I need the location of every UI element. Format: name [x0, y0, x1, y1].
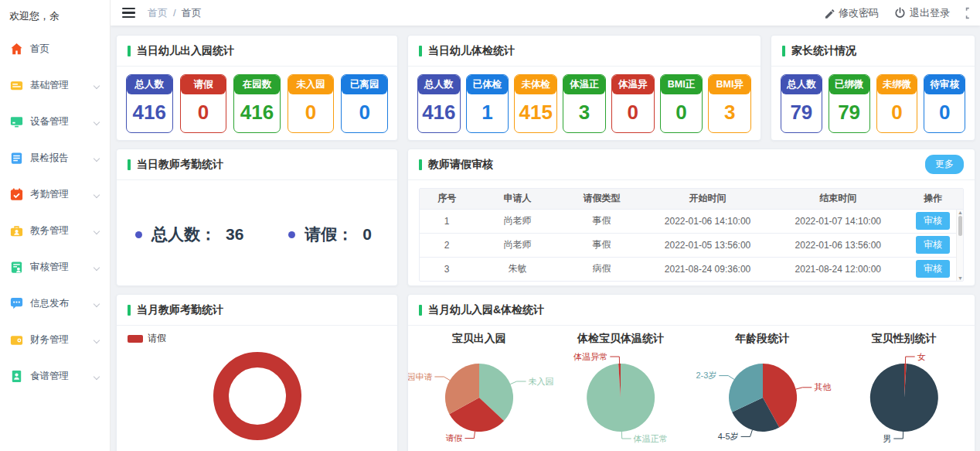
table-action-cell: 审核	[903, 257, 963, 281]
pie-chart: 体温正常体温异常	[550, 346, 691, 451]
sidebar-item-review-management[interactable]: 审核管理	[0, 249, 110, 285]
stat-box: 未入园0	[288, 74, 335, 133]
more-button[interactable]: 更多	[925, 155, 964, 174]
table-scrollbar[interactable]: ▲ ▼	[956, 210, 963, 281]
audit-button[interactable]: 审核	[916, 212, 950, 230]
sidebar-item-device-management[interactable]: 设备管理	[0, 104, 110, 140]
pie-age-group-stats: 年龄段统计其他4-5岁2-3岁	[692, 330, 833, 451]
stat-box: 总人数416	[417, 74, 461, 133]
pie-label-line	[622, 432, 631, 439]
pie-label: 离园申请	[407, 372, 432, 381]
pie-label: 体温正常	[633, 434, 668, 443]
scroll-up-arrow[interactable]: ▲	[958, 210, 963, 215]
scrollbar-thumb[interactable]	[958, 216, 962, 236]
audit-button[interactable]: 审核	[916, 236, 950, 254]
pie-label-line	[464, 432, 475, 439]
table-row: 3朱敏病假2021-08-24 09:36:002021-08-24 12:00…	[420, 257, 963, 281]
sidebar: 欢迎您，余 首页基础管理设备管理晨检报告考勤管理教务管理审核管理信息发布财务管理…	[0, 0, 111, 451]
pie-label: 男	[883, 434, 891, 443]
stat-value: 0	[924, 94, 965, 125]
pie-charts-row: 宝贝出入园未入园请假离园申请 体检宝贝体温统计体温正常体温异常 年龄段统计其他4…	[408, 326, 975, 451]
sidebar-item-attendance-management[interactable]: 考勤管理	[0, 176, 110, 213]
stat-box: 总人数79	[781, 74, 822, 133]
chevron-down-icon	[94, 300, 100, 306]
card-teacher-attendance-month: 当月教师考勤统计 请假	[116, 294, 398, 451]
pie-label-line	[719, 376, 734, 380]
table-cell: 2022-01-06 14:10:00	[642, 209, 773, 233]
sidebar-item-morning-report[interactable]: 晨检报告	[0, 140, 110, 176]
fullscreen-icon	[965, 7, 972, 19]
pie-label-line	[611, 357, 620, 364]
pie-chart: 其他4-5岁2-3岁	[692, 346, 833, 451]
change-password-button[interactable]: 修改密码	[824, 6, 879, 20]
chart-legend[interactable]: 请假	[128, 332, 166, 345]
table-header-cell: 操作	[903, 189, 963, 209]
title-accent-bar	[128, 305, 131, 316]
stat-value: 3	[563, 94, 605, 125]
pie-chart-title: 宝贝出入园	[408, 330, 550, 346]
fullscreen-button[interactable]	[965, 7, 972, 19]
sidebar-item-base-management[interactable]: 基础管理	[0, 67, 110, 104]
table-cell: 2022-01-05 13:56:00	[642, 233, 773, 257]
logout-button[interactable]: 退出登录	[894, 6, 950, 20]
card-title: 当月幼儿入园&体检统计	[419, 303, 544, 317]
pie-label: 女	[917, 352, 925, 361]
title-accent-bar	[419, 46, 422, 56]
stat-value: 0	[877, 94, 917, 125]
sidebar-item-finance-management[interactable]: 财务管理	[0, 322, 110, 358]
audit-button[interactable]: 审核	[916, 260, 950, 278]
sidebar-item-home[interactable]: 首页	[0, 31, 110, 67]
bullet-dot	[135, 231, 142, 238]
stat-row: 总人数416已体检1未体检415体温正3体温异0BMI正0BMI异3	[408, 67, 761, 141]
stat-box: 体温正3	[563, 74, 606, 133]
stat-value: 0	[342, 94, 387, 125]
finance-management-icon	[9, 333, 24, 347]
scroll-down-arrow[interactable]: ▼	[958, 275, 963, 281]
welcome-text: 欢迎您，余	[0, 0, 110, 31]
card-children-health-check: 当日幼儿体检统计 总人数416已体检1未体检415体温正3体温异0BMI正0BM…	[407, 35, 761, 141]
sidebar-item-label: 设备管理	[30, 115, 69, 128]
legend-swatch	[128, 335, 143, 343]
table-header-cell: 序号	[420, 189, 474, 209]
breadcrumb-home[interactable]: 首页	[148, 6, 168, 20]
title-accent-bar	[419, 159, 422, 170]
stat-label: 在园数	[234, 75, 280, 94]
academic-management-icon	[9, 224, 24, 238]
table-header-cell: 请假类型	[561, 189, 642, 209]
breadcrumb-current: 首页	[182, 6, 202, 20]
review-management-icon	[9, 260, 24, 275]
chevron-down-icon	[94, 155, 100, 161]
pie-label-line	[795, 388, 812, 389]
table-header-cell: 开始时间	[642, 189, 773, 209]
stat-label: 待审核	[924, 75, 965, 94]
pie-label: 4-5岁	[717, 432, 738, 441]
sidebar-item-info-publish[interactable]: 信息发布	[0, 285, 110, 322]
stat-label: 已体检	[467, 75, 509, 94]
sidebar-item-label: 信息发布	[30, 297, 69, 310]
stat-label: 未体检	[515, 75, 556, 94]
pie-chart-title: 体检宝贝体温统计	[550, 330, 691, 346]
sidebar-item-recipe-management[interactable]: 食谱管理	[0, 358, 110, 395]
donut-chart-area: 请假	[117, 326, 397, 451]
sidebar-item-academic-management[interactable]: 教务管理	[0, 213, 110, 249]
table-cell: 2	[420, 233, 474, 257]
pie-slice	[587, 364, 655, 432]
leave-count-stat: 请假：0	[288, 224, 372, 245]
stat-value: 0	[612, 94, 654, 125]
power-icon	[894, 7, 906, 19]
hamburger-menu-icon[interactable]	[122, 8, 135, 18]
sidebar-menu: 首页基础管理设备管理晨检报告考勤管理教务管理审核管理信息发布财务管理食谱管理	[0, 31, 110, 395]
dashboard-page: 欢迎您，余 首页基础管理设备管理晨检报告考勤管理教务管理审核管理信息发布财务管理…	[0, 0, 980, 451]
pie-children-entry-exit: 宝贝出入园未入园请假离园申请	[408, 330, 550, 451]
stat-value: 1	[467, 94, 509, 125]
pie-chart-title: 年龄段统计	[692, 330, 833, 346]
card-teacher-attendance-today: 当日教师考勤统计 总人数：36 请假：0	[116, 149, 398, 286]
pie-gender-stats: 宝贝性别统计女男	[833, 330, 975, 451]
main-content: 当日幼儿出入园统计 总人数416请假0在园数416未入园0已离园0 当日幼儿体检…	[111, 26, 980, 451]
card-title: 教师请假审核	[419, 158, 493, 172]
stat-value: 0	[661, 94, 703, 125]
card-parent-stats: 家长统计情况 总人数79已绑微79未绑微0待审核0	[771, 35, 975, 141]
pie-label-line	[740, 430, 752, 437]
pie-label: 请假	[445, 433, 462, 442]
stat-value: 0	[288, 94, 334, 125]
